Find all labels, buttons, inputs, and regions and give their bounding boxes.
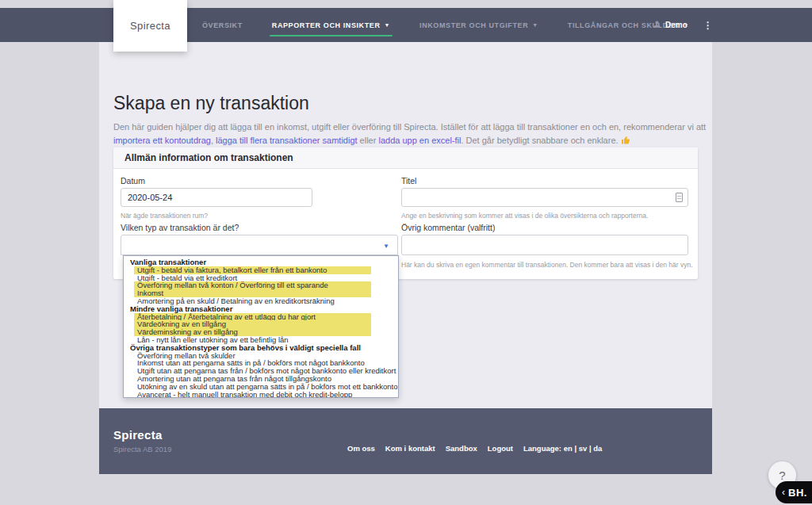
brand-logo-text: Spirecta xyxy=(130,20,170,32)
nav-menu: ÖVERSIKTRAPPORTER OCH INSIKTER▼INKOMSTER… xyxy=(202,8,689,42)
user-menu[interactable]: Demo xyxy=(653,20,688,30)
bh-badge-label: BH. xyxy=(788,487,807,499)
text-field-icon[interactable] xyxy=(676,193,683,202)
titel-label: Titel xyxy=(401,176,416,186)
dropdown-option[interactable]: Överföring mellan två konton / Överförin… xyxy=(124,281,398,289)
footer-link-logout[interactable]: Logout xyxy=(488,444,513,453)
footer-language-switcher[interactable]: Language: en | sv | da xyxy=(523,444,602,453)
dropdown-option[interactable]: Amortering på en skuld / Betalning av en… xyxy=(124,297,398,305)
datum-helper: När ägde transaktionen rum? xyxy=(121,212,208,220)
thumbs-up-emoji xyxy=(621,136,630,145)
dropdown-option[interactable]: Lån - nytt lån eller utökning av ett bef… xyxy=(124,336,398,344)
nav-item-label: RAPPORTER OCH INSIKTER xyxy=(272,21,381,29)
nav-item-inkomster-och-utgifter[interactable]: INKOMSTER OCH UTGIFTER▼ xyxy=(419,21,538,29)
titel-helper: Ange en beskrivning som kommer att visas… xyxy=(401,212,648,220)
chevron-down-icon: ▼ xyxy=(385,22,391,28)
kommentar-input[interactable] xyxy=(401,235,688,255)
dropdown-option-label: Amortering på en skuld / Betalning av en… xyxy=(137,296,335,305)
intro-link[interactable]: ladda upp en excel-fil xyxy=(378,136,461,145)
dropdown-option-label: Överföring mellan två konton / Överförin… xyxy=(137,281,328,289)
page-title: Skapa en ny transaktion xyxy=(113,93,309,114)
kebab-menu-icon[interactable]: ⋮ xyxy=(703,20,713,31)
datum-input[interactable] xyxy=(121,188,312,207)
page: ÖVERSIKTRAPPORTER OCH INSIKTER▼INKOMSTER… xyxy=(0,0,812,505)
user-label: Demo xyxy=(665,21,688,29)
nav-item-label: INKOMSTER OCH UTGIFTER xyxy=(419,21,528,29)
nav-right: Demo ⋮ xyxy=(653,8,713,42)
footer: Spirecta Spirecta AB 2019 Om ossKom i ko… xyxy=(99,408,712,474)
footer-link-kom-i-kontakt[interactable]: Kom i kontakt xyxy=(385,444,435,453)
footer-link-om-oss[interactable]: Om oss xyxy=(347,444,375,453)
nav-item-oversikt[interactable]: ÖVERSIKT xyxy=(202,21,243,29)
intro-paragraph: Den här guiden hjälper dig att lägga til… xyxy=(113,121,707,147)
intro-text-segment: . Det går betydligt snabbare och enklare… xyxy=(461,136,620,145)
nav-item-rapporter-och-insikter[interactable]: RAPPORTER OCH INSIKTER▼ xyxy=(272,21,390,29)
content-area: Skapa en ny transaktion Den här guiden h… xyxy=(99,42,712,474)
bh-extension-badge[interactable]: ‹ BH. xyxy=(776,481,812,503)
footer-copyright: Spirecta AB 2019 xyxy=(113,445,171,453)
transaction-type-label: Vilken typ av transaktion är det? xyxy=(121,223,239,232)
datum-label: Datum xyxy=(121,176,145,186)
chevron-down-icon: ▼ xyxy=(532,22,538,28)
dropdown-option-label: Lån - nytt lån eller utökning av ett bef… xyxy=(137,335,289,344)
transaction-type-dropdown: Vanliga transaktionerUtgift - betald via… xyxy=(123,255,399,398)
person-icon xyxy=(653,20,661,30)
intro-text-segment: eller xyxy=(358,136,379,145)
nav-item-label: ÖVERSIKT xyxy=(202,21,243,29)
intro-link[interactable]: importera ett kontoutdrag xyxy=(113,136,211,145)
transaction-type-select[interactable]: ▼ xyxy=(121,235,398,255)
card-section-title: Allmän information om transaktionen xyxy=(113,147,698,169)
footer-brand: Spirecta xyxy=(113,428,163,442)
brand-logo-card[interactable]: Spirecta xyxy=(113,0,187,52)
footer-links: Om ossKom i kontaktSandboxLogoutLanguage… xyxy=(347,444,602,453)
chevron-down-icon: ▼ xyxy=(383,243,389,250)
titel-input[interactable] xyxy=(401,188,688,207)
footer-link-sandbox[interactable]: Sandbox xyxy=(446,444,477,453)
intro-link[interactable]: lägga till flera transaktioner samtidigt xyxy=(216,136,358,145)
dropdown-option-label: Avancerat - helt manuell transaktion med… xyxy=(137,390,352,398)
kommentar-label: Övrig kommentar (valfritt) xyxy=(401,223,495,232)
chevron-left-icon: ‹ xyxy=(782,488,785,497)
dropdown-option[interactable]: Avancerat - helt manuell transaktion med… xyxy=(124,391,398,398)
intro-text-segment: Den här guiden hjälper dig att lägga til… xyxy=(113,122,706,132)
kommentar-helper: Här kan du skriva en egen kommentar till… xyxy=(401,261,693,269)
